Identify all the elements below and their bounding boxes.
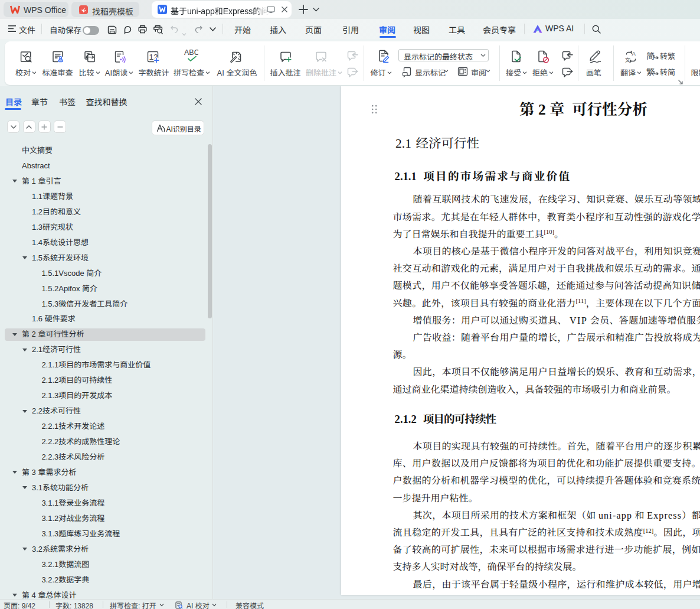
svg-text:A: A — [632, 50, 636, 57]
svg-text:ABC: ABC — [184, 48, 198, 57]
svg-text:文: 文 — [625, 56, 630, 64]
